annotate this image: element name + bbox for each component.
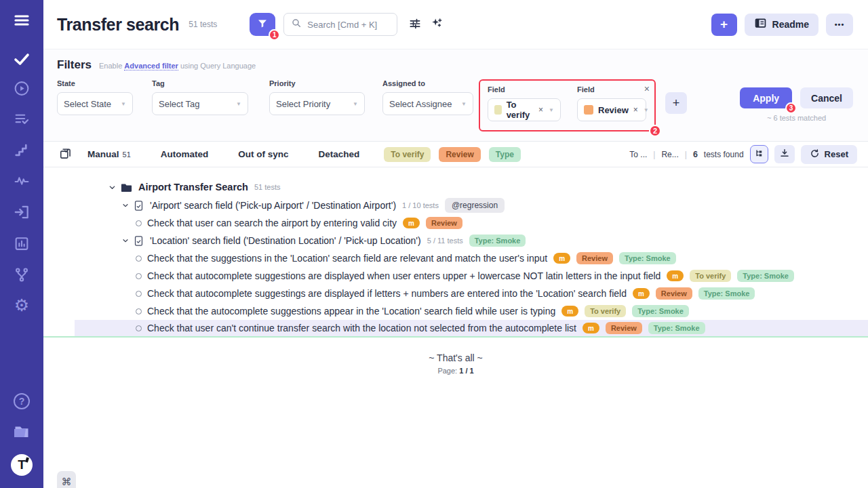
folder-title[interactable]: Airport Transfer Search xyxy=(138,182,248,192)
tests-count: 51 tests xyxy=(189,20,217,29)
folder-icon xyxy=(121,182,132,192)
sidebar-item-projects[interactable] xyxy=(13,424,31,440)
test-circle-icon xyxy=(136,325,142,331)
remove-value-icon[interactable]: × xyxy=(538,105,543,115)
tree-view-button[interactable] xyxy=(750,145,768,163)
keyboard-shortcuts-button[interactable]: ⌘ xyxy=(57,471,76,488)
test-title[interactable]: Check that the suggestions in the 'Locat… xyxy=(147,253,547,264)
chip-review[interactable]: Review xyxy=(439,147,480,162)
advanced-filter-link[interactable]: Advanced filter xyxy=(124,62,178,70)
assignee-select[interactable]: Select Assignee ▼ xyxy=(382,92,473,115)
sidebar-item-import[interactable] xyxy=(13,203,31,221)
chip-to-verify[interactable]: To verify xyxy=(384,147,431,162)
add-field-button[interactable]: + xyxy=(665,92,687,114)
assignee-label: Assigned to xyxy=(382,79,473,87)
more-button[interactable]: ••• xyxy=(826,14,853,36)
custom-field-filters-annotation-box: Field To verify × ▼ Field xyxy=(479,79,656,131)
suite-title[interactable]: 'Airport' search field ('Pick-up Airport… xyxy=(150,200,396,211)
ai-assist-button[interactable] xyxy=(429,16,443,33)
close-icon[interactable]: × xyxy=(644,83,650,94)
sidebar-item-pulse[interactable] xyxy=(14,172,31,189)
tab-detached[interactable]: Detached xyxy=(319,149,360,159)
sidebar-item-runs[interactable] xyxy=(14,80,31,97)
test-title[interactable]: Check that autocomplete suggestions are … xyxy=(147,270,660,281)
test-row[interactable]: Check that the suggestions in the 'Locat… xyxy=(43,249,868,267)
test-row[interactable]: Check that the autocomplete suggestions … xyxy=(43,302,868,320)
field-select-review[interactable]: Review × ▼ xyxy=(577,98,646,121)
test-circle-icon xyxy=(136,291,142,297)
sidebar-item-analytics[interactable] xyxy=(14,235,31,252)
to-verify-chip: To verify xyxy=(585,305,626,317)
stairs-icon xyxy=(14,142,31,159)
select-all-button[interactable] xyxy=(58,146,72,162)
tag-chip: @regression xyxy=(445,198,505,213)
field-select-to-verify[interactable]: To verify × ▼ xyxy=(488,98,561,121)
test-row-selected[interactable]: Check that user can't continue transfer … xyxy=(43,320,868,338)
sidebar-item-steps[interactable] xyxy=(14,142,31,159)
type-chip: Type: Smoke xyxy=(648,322,705,334)
readme-button[interactable]: Readme xyxy=(745,14,818,36)
reset-button[interactable]: Reset xyxy=(801,145,857,164)
test-row[interactable]: Check that user can search the airport b… xyxy=(43,214,868,232)
suite-row[interactable]: 'Airport' search field ('Pick-up Airport… xyxy=(43,197,868,214)
cancel-button[interactable]: Cancel xyxy=(800,87,853,108)
menu-icon xyxy=(12,12,31,28)
folder-row[interactable]: Airport Transfer Search 51 tests xyxy=(43,178,868,197)
test-circle-icon xyxy=(136,220,142,226)
field-label: Field xyxy=(488,85,561,94)
sidebar-item-help[interactable]: ? xyxy=(14,393,30,409)
chevron-down-icon[interactable] xyxy=(122,237,129,244)
tab-manual[interactable]: Manual 51 xyxy=(87,149,131,159)
sidebar-item-tests[interactable] xyxy=(13,50,31,68)
test-row[interactable]: Check that autocomplete suggestings are … xyxy=(43,285,868,302)
check-icon xyxy=(13,50,31,68)
menu-button[interactable] xyxy=(12,12,31,28)
export-button[interactable] xyxy=(774,145,795,163)
ellipsis-icon: ••• xyxy=(835,20,845,28)
sidebar-item-branches[interactable] xyxy=(14,266,31,283)
sidebar-item-plans[interactable] xyxy=(14,110,31,127)
filters-panel: Filters Enable Advanced filter using Que… xyxy=(43,49,868,141)
tests-matched-text: ~ 6 tests matched xyxy=(767,114,826,122)
truncated-filter-a: To ... xyxy=(629,150,647,159)
tag-select[interactable]: Select Tag ▼ xyxy=(152,92,248,115)
test-title[interactable]: Check that the autocomplete suggestions … xyxy=(147,306,555,317)
state-select[interactable]: Select State ▼ xyxy=(57,92,133,115)
sidebar-item-settings[interactable]: ⚙ xyxy=(14,297,29,314)
test-title[interactable]: Check that user can't continue transfer … xyxy=(147,323,576,333)
remove-value-icon[interactable]: × xyxy=(633,105,638,115)
account-logo-button[interactable]: T xyxy=(11,454,33,476)
test-row[interactable]: Check that autocomplete suggestions are … xyxy=(43,267,868,285)
priority-label: Priority xyxy=(269,79,365,87)
filter-group-priority: Priority Select Priority ▼ xyxy=(269,79,365,115)
field-label: Field xyxy=(577,85,646,94)
priority-select[interactable]: Select Priority ▼ xyxy=(269,92,365,115)
columns-settings-button[interactable] xyxy=(408,17,422,33)
suite-doc-icon xyxy=(134,200,144,211)
suite-title[interactable]: 'Location' search field ('Destination Lo… xyxy=(150,235,421,246)
search-input[interactable] xyxy=(307,20,382,30)
chevron-down-icon[interactable] xyxy=(122,202,129,209)
sidebar: ⚙ ? T xyxy=(0,0,43,488)
tab-out-of-sync[interactable]: Out of sync xyxy=(238,149,288,159)
suite-doc-icon xyxy=(134,235,144,247)
chevron-down-icon: ▼ xyxy=(549,107,554,113)
filter-actions: Apply 3 Cancel ~ 6 tests matched xyxy=(740,79,853,122)
apply-button[interactable]: Apply 3 xyxy=(740,87,792,108)
filter-group-field-1: Field To verify × ▼ xyxy=(488,85,561,121)
test-title[interactable]: Check that user can search the airport b… xyxy=(147,218,397,228)
type-chip: Type: Smoke xyxy=(632,305,689,317)
test-circle-icon xyxy=(136,308,142,314)
suite-row[interactable]: 'Location' search field ('Destination Lo… xyxy=(43,232,868,249)
annotation-step-1: 1 xyxy=(269,29,280,41)
test-title[interactable]: Check that autocomplete suggestings are … xyxy=(147,288,627,299)
review-chip: Review xyxy=(606,322,642,334)
tab-automated[interactable]: Automated xyxy=(161,149,209,159)
add-button[interactable]: + xyxy=(711,14,737,36)
chip-type[interactable]: Type xyxy=(489,147,521,162)
review-chip: Review xyxy=(576,252,613,264)
page-value: 1 / 1 xyxy=(459,367,473,375)
chevron-down-icon[interactable] xyxy=(108,184,116,191)
filter-button[interactable]: 1 xyxy=(250,13,275,36)
manual-badge: m xyxy=(633,288,650,299)
